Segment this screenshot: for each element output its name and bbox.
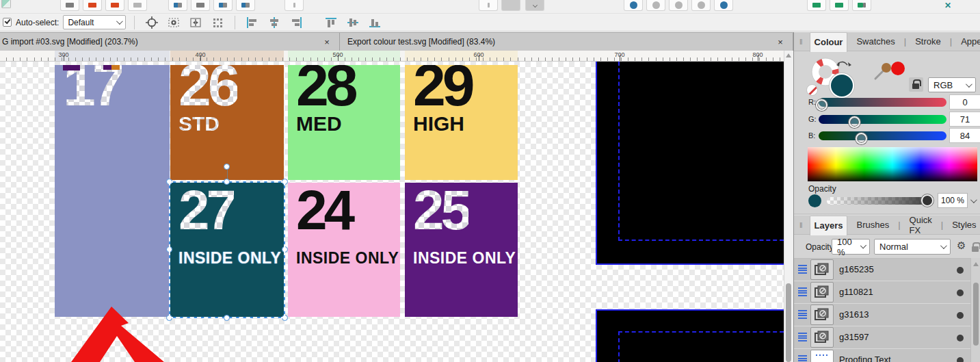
selection-handle[interactable] xyxy=(166,246,172,253)
layer-row[interactable]: g110821 xyxy=(794,281,970,304)
selection-handle[interactable] xyxy=(224,315,230,321)
tab-export-colour-test[interactable]: Export colour test.svg [Modified] (83.4%… xyxy=(340,33,793,51)
align-middle-icon[interactable] xyxy=(344,15,362,29)
selection-handle[interactable] xyxy=(282,246,288,253)
layer-drag-icon[interactable] xyxy=(798,310,807,320)
toolbar-button[interactable] xyxy=(128,0,147,11)
toolbar-button[interactable] xyxy=(105,0,124,11)
toolbar-button[interactable] xyxy=(669,0,688,11)
layer-row[interactable]: g31613 xyxy=(794,304,970,326)
toolbar-button[interactable] xyxy=(236,0,255,11)
toolbar-button[interactable] xyxy=(646,0,665,11)
tab-swatches[interactable]: Swatches xyxy=(852,32,899,51)
layer-visibility-dot[interactable] xyxy=(957,267,964,274)
toolbar-button[interactable] xyxy=(83,0,102,11)
auto-select-dropdown[interactable]: Default xyxy=(63,15,126,29)
black-rectangle-object[interactable] xyxy=(596,309,784,362)
chevron-down-icon[interactable] xyxy=(970,196,977,203)
blue-slider[interactable] xyxy=(819,131,946,140)
toolbar-button[interactable] xyxy=(213,0,233,11)
red-slider[interactable] xyxy=(819,98,946,107)
align-top-icon[interactable] xyxy=(322,15,340,29)
blue-value-field[interactable]: 84 xyxy=(949,128,980,143)
canvas-tile-29[interactable]: 29 HIGH xyxy=(405,65,518,180)
layer-thumbnail[interactable] xyxy=(810,327,834,348)
align-right-icon[interactable] xyxy=(287,15,305,29)
colour-mode-dropdown[interactable]: RGB xyxy=(928,77,976,92)
layer-drag-icon[interactable] xyxy=(798,333,807,342)
panel-grip[interactable]: ‖ xyxy=(799,221,804,229)
layer-visibility-dot[interactable] xyxy=(957,357,964,362)
red-value-field[interactable]: 0 xyxy=(949,94,980,109)
layer-row[interactable]: g165235 xyxy=(794,259,970,281)
canvas-tile-24[interactable]: 24 INSIDE ONLY xyxy=(288,183,400,317)
layer-thumbnail[interactable] xyxy=(810,305,834,325)
tab-appearance[interactable]: Appearance xyxy=(957,32,980,51)
canvas-viewport[interactable]: 17 26 STD 28 MED 29 HIGH 27 INSIDE ONLY … xyxy=(0,62,784,362)
tab-colour[interactable]: Colour xyxy=(810,32,848,52)
canvas-vertical-scrollbar[interactable] xyxy=(784,51,793,362)
canvas-tile-26[interactable]: 26 STD xyxy=(170,65,284,180)
opacity-slider[interactable] xyxy=(827,197,928,205)
transform-mirror-icon[interactable] xyxy=(187,15,204,29)
scroll-up-icon[interactable] xyxy=(786,53,791,57)
tab-brushes[interactable]: Brushes xyxy=(852,216,893,235)
toolbar-button[interactable] xyxy=(60,0,79,11)
tab-quick-fx[interactable]: Quick FX xyxy=(905,216,936,235)
rotation-handle[interactable] xyxy=(224,164,230,170)
toolbar-button[interactable] xyxy=(714,0,733,11)
opacity-value-dropdown[interactable]: 100 % xyxy=(938,193,968,208)
marquee-grid-icon[interactable] xyxy=(209,15,226,29)
toolbar-button[interactable] xyxy=(624,0,643,11)
colour-spectrum-picker[interactable] xyxy=(808,147,977,181)
layer-row[interactable]: Proofing Text xyxy=(794,349,970,362)
close-icon[interactable]: × xyxy=(321,37,332,47)
green-slider[interactable] xyxy=(819,115,946,124)
align-bottom-icon[interactable] xyxy=(366,15,384,29)
align-left-icon[interactable] xyxy=(243,15,261,29)
layer-opacity-dropdown[interactable]: 100 % xyxy=(832,239,870,255)
scrollbar-thumb[interactable] xyxy=(786,283,791,362)
opacity-slider-handle[interactable] xyxy=(921,194,933,207)
canvas-tile-25[interactable]: 25 INSIDE ONLY xyxy=(405,183,518,317)
picked-colour-dot[interactable] xyxy=(891,62,905,75)
tab-stroke[interactable]: Stroke xyxy=(911,32,945,51)
layer-lock-icon[interactable] xyxy=(970,240,980,253)
layer-row[interactable]: g31597 xyxy=(794,326,970,349)
toolbar-button[interactable] xyxy=(852,0,871,11)
toolbar-dropdown[interactable] xyxy=(525,0,544,11)
snap-target-icon[interactable] xyxy=(143,15,161,29)
toolbar-button[interactable] xyxy=(691,0,711,11)
tab-layers[interactable]: Layers xyxy=(810,216,848,235)
toolbar-button[interactable] xyxy=(284,0,304,11)
toolbar-button[interactable]: ✕ xyxy=(938,0,957,11)
layer-drag-icon[interactable] xyxy=(798,355,807,362)
edit-all-layers-icon[interactable] xyxy=(165,15,183,29)
selection-handle[interactable] xyxy=(282,315,288,321)
toolbar-button[interactable] xyxy=(191,0,210,11)
canvas-tile-17[interactable]: 17 xyxy=(55,65,170,317)
blend-mode-dropdown[interactable]: Normal xyxy=(874,239,951,255)
tab-g-import[interactable]: G import #03.svg [Modified] (203.7%) × xyxy=(0,33,340,51)
toolbar-button[interactable] xyxy=(168,0,187,11)
layer-visibility-dot[interactable] xyxy=(957,312,964,319)
layer-thumbnail[interactable] xyxy=(810,282,834,302)
selection-handle[interactable] xyxy=(282,179,288,185)
toolbar-dropdown[interactable] xyxy=(501,0,520,11)
text-layer-thumbnail[interactable] xyxy=(810,350,834,362)
selection-handle[interactable] xyxy=(166,179,172,185)
canvas-tile-28[interactable]: 28 MED xyxy=(288,65,400,180)
toolbar-button[interactable] xyxy=(479,0,498,11)
colour-lock-icon[interactable] xyxy=(909,77,923,92)
layer-list-scrollbar[interactable] xyxy=(970,258,980,362)
layer-drag-icon[interactable] xyxy=(798,287,807,297)
toolbar-button[interactable] xyxy=(807,0,826,11)
app-menu-icon[interactable] xyxy=(1,0,11,8)
selection-handle[interactable] xyxy=(224,179,230,185)
toolbar-button[interactable] xyxy=(830,0,849,11)
scroll-up-icon[interactable] xyxy=(973,262,979,266)
canvas-tile-27[interactable]: 27 INSIDE ONLY xyxy=(170,183,284,317)
black-rectangle-object[interactable] xyxy=(596,62,784,265)
auto-select-checkbox[interactable] xyxy=(3,18,12,27)
layer-settings-gear-icon[interactable]: ⚙ xyxy=(957,240,966,252)
